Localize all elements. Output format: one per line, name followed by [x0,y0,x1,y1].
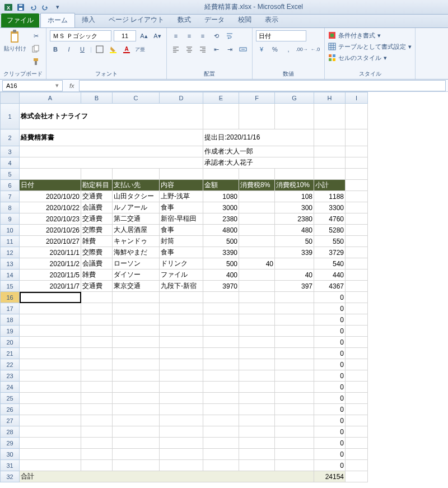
cell-F29[interactable] [239,438,275,449]
cell-E21[interactable] [203,348,239,359]
submit-date[interactable]: 提出日:2020/11/16 [203,129,314,146]
row-header-9[interactable]: 9 [1,213,20,225]
row-header-13[interactable]: 13 [1,258,20,269]
cell-E22[interactable] [203,359,239,370]
phonetic-icon[interactable]: ア亜 [134,44,146,55]
cell-D5[interactable] [160,169,203,180]
cell-acct-7[interactable]: 交通費 [81,191,113,202]
row-header-8[interactable]: 8 [1,202,20,213]
cell-C29[interactable] [113,438,160,449]
cell-I3[interactable] [346,146,368,157]
cell-B16[interactable] [81,292,113,303]
cell-amt-10[interactable]: 4800 [203,225,239,236]
cell-t8-12[interactable] [239,247,275,258]
row-header-10[interactable]: 10 [1,225,20,236]
cell-acct-12[interactable]: 交際費 [81,247,113,258]
cell-payee-14[interactable]: ダイソー [113,269,160,281]
cell-G26[interactable] [275,404,314,415]
cell-C30[interactable] [113,449,160,460]
row-header-14[interactable]: 14 [1,269,20,281]
cell-D16[interactable] [160,292,203,303]
cell-desc-7[interactable]: 上野-浅草 [160,191,203,202]
cell-E18[interactable] [203,314,239,326]
cell-D17[interactable] [160,303,203,314]
cell-sub-13[interactable]: 540 [314,258,346,269]
cell-desc-15[interactable]: 九段下-新宿 [160,281,203,292]
cell-payee-13[interactable]: ローソン [113,258,160,269]
cell-A25[interactable] [20,393,81,404]
conditional-format-button[interactable]: 条件付き書式 ▾ [328,30,381,40]
cell-F25[interactable] [239,393,275,404]
cell-F28[interactable] [239,426,275,438]
table-header-6[interactable]: 消費税10% [275,180,314,191]
cell-E17[interactable] [203,303,239,314]
cell-date-14[interactable]: 2020/11/5 [20,269,81,281]
number-format-select[interactable] [256,30,306,41]
row-header-30[interactable]: 30 [1,449,20,460]
row-header-6[interactable]: 6 [1,180,20,191]
fill-color-icon[interactable] [108,44,119,55]
cell-F22[interactable] [239,359,275,370]
row-header-16[interactable]: 16 [1,292,20,303]
row-header-15[interactable]: 15 [1,281,20,292]
cell-D22[interactable] [160,359,203,370]
increase-decimal-icon[interactable]: .00→ [296,44,307,55]
cell-C20[interactable] [113,337,160,348]
underline-button[interactable]: U [77,44,88,55]
spreadsheet-grid[interactable]: ABCDEFGHI1株式会社オトナライフ2経費精算書提出日:2020/11/16… [0,92,448,482]
cell-C24[interactable] [113,382,160,393]
cell-F18[interactable] [239,314,275,326]
cell-sub-19[interactable]: 0 [314,326,346,337]
doc-title[interactable]: 経費精算書 [20,129,203,146]
cell-H4[interactable] [314,157,346,169]
font-family-select[interactable] [50,30,111,41]
accounting-format-icon[interactable]: ¥ [256,44,267,55]
row-header-12[interactable]: 12 [1,247,20,258]
cell-sub-30[interactable]: 0 [314,449,346,460]
cell-t8-11[interactable] [239,236,275,247]
cell-G20[interactable] [275,337,314,348]
cell-G27[interactable] [275,415,314,426]
cell-F1[interactable] [239,104,275,129]
table-header-4[interactable]: 金額 [203,180,239,191]
cell-sub-17[interactable]: 0 [314,303,346,314]
cell-payee-7[interactable]: 山田タクシー [113,191,160,202]
cell-desc-9[interactable]: 新宿-早稲田 [160,213,203,225]
cell-A27[interactable] [20,415,81,426]
cell-F31[interactable] [239,460,275,471]
cell-sub-10[interactable]: 5280 [314,225,346,236]
cell-C22[interactable] [113,359,160,370]
increase-indent-icon[interactable]: ⇥ [224,44,235,55]
cell-E29[interactable] [203,438,239,449]
table-header-2[interactable]: 支払い先 [113,180,160,191]
cell-C19[interactable] [113,326,160,337]
cell-t10-7[interactable]: 108 [275,191,314,202]
cell-G17[interactable] [275,303,314,314]
cell-t8-7[interactable] [239,191,275,202]
cell-I5[interactable] [346,169,368,180]
cell-F20[interactable] [239,337,275,348]
cell-F5[interactable] [239,169,275,180]
row-header-3[interactable]: 3 [1,146,20,157]
cell-t10-13[interactable] [275,258,314,269]
cell-sub-9[interactable]: 4760 [314,213,346,225]
font-size-select[interactable] [114,30,136,41]
cell-E19[interactable] [203,326,239,337]
cell-amt-9[interactable]: 2380 [203,213,239,225]
comma-format-icon[interactable]: , [283,44,294,55]
cell-D26[interactable] [160,404,203,415]
bold-button[interactable]: B [50,44,61,55]
row-header-18[interactable]: 18 [1,314,20,326]
cell-G21[interactable] [275,348,314,359]
cell-E20[interactable] [203,337,239,348]
cell-B30[interactable] [81,449,113,460]
cell-B20[interactable] [81,337,113,348]
merge-icon[interactable] [237,44,249,55]
cell-payee-8[interactable]: ルノアール [113,202,160,213]
cell-t10-15[interactable]: 397 [275,281,314,292]
cell-F16[interactable] [239,292,275,303]
font-color-icon[interactable]: A [121,44,132,55]
cell-acct-8[interactable]: 会議費 [81,202,113,213]
cell-F27[interactable] [239,415,275,426]
cell-E16[interactable] [203,292,239,303]
